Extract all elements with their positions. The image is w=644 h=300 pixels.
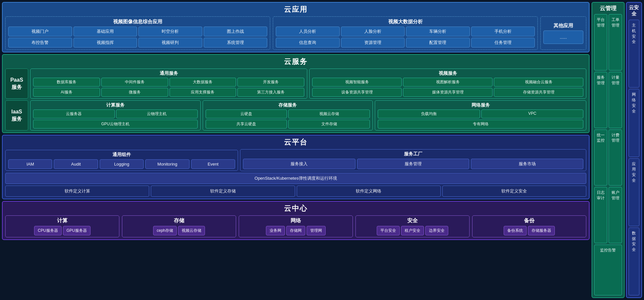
paas-row: PaaS服务 通用服务 数据库服务 中间件服务 大数据服务 开发服务 AI服务 … bbox=[5, 69, 586, 99]
management-item-measure[interactable]: 计量管理 bbox=[609, 72, 622, 128]
sdn-storage[interactable]: 软件定义存储 bbox=[151, 186, 295, 197]
service-item[interactable]: 视频融合云服务 bbox=[494, 78, 583, 87]
security-item-network[interactable]: 网络安全 bbox=[629, 89, 639, 157]
service-item[interactable]: 存储资源共享管理 bbox=[494, 88, 583, 97]
app-item[interactable]: 人员分析 bbox=[276, 27, 340, 36]
management-item-billing[interactable]: 计费管理 bbox=[609, 130, 622, 186]
security-item-host[interactable]: 主机安全 bbox=[629, 20, 639, 88]
service-item[interactable]: 应用支撑服务 bbox=[170, 88, 236, 97]
service-item[interactable]: 大数据服务 bbox=[170, 78, 236, 87]
app-item[interactable]: 配置管理 bbox=[406, 38, 470, 48]
management-item-monitor[interactable]: 统一监控 bbox=[594, 130, 607, 186]
service-item[interactable]: 数据库服务 bbox=[33, 78, 100, 87]
platform-item-monitoring[interactable]: Monitoring bbox=[145, 159, 189, 169]
app-item[interactable]: 视频指挥 bbox=[73, 38, 137, 48]
management-item-workorder[interactable]: 工单管理 bbox=[609, 14, 622, 70]
service-item[interactable]: 云物理主机 bbox=[116, 110, 198, 118]
service-item[interactable]: 微服务 bbox=[101, 88, 168, 97]
video-bigdata-group: 视频大数据分析 人员分析 人脸分析 车辆分析 手机分析 信息查询 资源管理 配置… bbox=[273, 16, 538, 50]
sdn-network[interactable]: 软件定义网络 bbox=[297, 186, 441, 197]
service-item[interactable]: 中间件服务 bbox=[101, 78, 168, 87]
center-item[interactable]: 备份系统 bbox=[504, 226, 527, 235]
app-item[interactable]: 手机分析 bbox=[471, 27, 535, 36]
sdn-compute[interactable]: 软件定义计算 bbox=[5, 186, 149, 197]
app-item[interactable]: 人脸分析 bbox=[341, 27, 405, 36]
storage-items: 云硬盘 视频云存储 共享云硬盘 文件存储 bbox=[206, 110, 370, 129]
service-item[interactable]: 负载均衡 bbox=[378, 110, 480, 118]
service-item[interactable]: 视频云存储 bbox=[288, 110, 370, 118]
service-item[interactable]: 开发服务 bbox=[237, 78, 304, 87]
service-item[interactable]: 第三方接入服务 bbox=[237, 88, 304, 97]
compute-service-group: 计算服务 云服务器 云物理主机 GPU云物理主机 bbox=[30, 100, 201, 130]
service-item[interactable]: 专有网络 bbox=[378, 120, 583, 129]
center-item[interactable]: 边界安全 bbox=[425, 226, 448, 235]
compute-service-title: 计算服务 bbox=[33, 102, 198, 108]
center-item[interactable]: CPU服务器 bbox=[34, 226, 61, 235]
platform-item-audit[interactable]: Audit bbox=[54, 159, 98, 169]
service-item[interactable]: 视频智能服务 bbox=[312, 78, 402, 87]
management-item-account[interactable]: 账户管理 bbox=[609, 187, 622, 243]
other-app-ellipsis[interactable]: ...... bbox=[543, 30, 583, 44]
service-item[interactable]: 文件存储 bbox=[288, 120, 370, 129]
service-item[interactable]: 云硬盘 bbox=[206, 110, 287, 118]
platform-item-logging[interactable]: Logging bbox=[100, 159, 144, 169]
app-item[interactable]: 视频研判 bbox=[138, 38, 202, 48]
center-item[interactable]: ceph存储 bbox=[153, 226, 177, 235]
service-item[interactable]: 视图解析服务 bbox=[403, 78, 493, 87]
app-item[interactable]: 任务管理 bbox=[471, 38, 535, 48]
center-item[interactable]: 租户安全 bbox=[401, 226, 424, 235]
service-item[interactable]: 共享云硬盘 bbox=[206, 120, 287, 129]
network-service-title: 网络服务 bbox=[378, 102, 583, 108]
compute-items: 云服务器 云物理主机 GPU云物理主机 bbox=[33, 110, 198, 129]
center-item[interactable]: 视频云存储 bbox=[178, 226, 205, 235]
other-app-group: 其他应用 ...... bbox=[540, 16, 586, 50]
center-security-items: 平台安全 租户安全 边界安全 bbox=[377, 226, 448, 235]
service-item[interactable]: GPU云物理主机 bbox=[33, 120, 198, 129]
app-item[interactable]: 时空分析 bbox=[138, 27, 202, 36]
storage-service-title: 存储服务 bbox=[206, 102, 370, 108]
platform-item-iam[interactable]: IAM bbox=[8, 159, 52, 169]
platform-item-service-input[interactable]: 服务接入 bbox=[243, 159, 355, 169]
center-compute-group: 计算 CPU服务器 GPU服务器 bbox=[5, 215, 119, 237]
cloud-service-section: 云服务 PaaS服务 通用服务 数据库服务 中间件服务 大数据服务 开发服务 A… bbox=[2, 54, 590, 133]
service-item[interactable]: 云服务器 bbox=[33, 110, 115, 118]
management-item-log[interactable]: 日志审计 bbox=[594, 187, 607, 243]
platform-item-service-market[interactable]: 服务市场 bbox=[471, 159, 583, 169]
center-item[interactable]: 业务网 bbox=[266, 226, 285, 235]
app-item[interactable]: 基础应用 bbox=[73, 27, 137, 36]
app-item[interactable]: 车辆分析 bbox=[406, 27, 470, 36]
security-item-data[interactable]: 数据安全 bbox=[629, 228, 639, 295]
service-item[interactable]: 设备资源共享管理 bbox=[312, 88, 402, 97]
center-backup-title: 备份 bbox=[524, 217, 534, 224]
cloud-security-title: 云安全 bbox=[629, 5, 639, 17]
center-storage-items: ceph存储 视频云存储 bbox=[153, 226, 205, 235]
general-service-group: 通用服务 数据库服务 中间件服务 大数据服务 开发服务 AI服务 微服务 应用支… bbox=[30, 69, 307, 99]
app-item[interactable]: 布控告警 bbox=[8, 38, 72, 48]
app-item[interactable]: 视频门户 bbox=[8, 27, 72, 36]
platform-item-event[interactable]: Event bbox=[191, 159, 235, 169]
management-item-alert[interactable]: 监控告警 bbox=[594, 245, 622, 295]
center-item[interactable]: 平台安全 bbox=[377, 226, 400, 235]
center-security-group: 安全 平台安全 租户安全 边界安全 bbox=[355, 215, 470, 237]
center-network-title: 网络 bbox=[291, 217, 301, 224]
app-item[interactable]: 图上作战 bbox=[204, 27, 268, 36]
service-item[interactable]: 媒体资源共享管理 bbox=[403, 88, 493, 97]
management-item-platform[interactable]: 平台管理 bbox=[594, 14, 607, 70]
app-item[interactable]: 信息查询 bbox=[276, 38, 340, 48]
center-item[interactable]: 存储网 bbox=[286, 226, 305, 235]
security-item-app[interactable]: 应用安全 bbox=[629, 158, 639, 226]
video-bigdata-title: 视频大数据分析 bbox=[276, 19, 535, 25]
management-item-service[interactable]: 服务管理 bbox=[594, 72, 607, 128]
center-inner: 计算 CPU服务器 GPU服务器 存储 ceph存储 视频云存储 网 bbox=[5, 215, 586, 237]
service-item[interactable]: VPC bbox=[481, 110, 583, 118]
center-item[interactable]: 存储服务器 bbox=[528, 226, 555, 235]
general-components-items: IAM Audit Logging Monitoring Event bbox=[8, 159, 235, 169]
app-item[interactable]: 系统管理 bbox=[204, 38, 268, 48]
service-item[interactable]: AI服务 bbox=[33, 88, 100, 97]
center-item[interactable]: 管理网 bbox=[307, 226, 326, 235]
sdn-security[interactable]: 软件定义安全 bbox=[442, 186, 586, 197]
cloud-management-items: 平台管理 工单管理 服务管理 计量管理 统一监控 计费管理 日志审计 账户管理 … bbox=[594, 14, 622, 295]
center-item[interactable]: GPU服务器 bbox=[63, 226, 91, 235]
app-item[interactable]: 资源管理 bbox=[341, 38, 405, 48]
platform-item-service-manage[interactable]: 服务管理 bbox=[357, 159, 470, 169]
